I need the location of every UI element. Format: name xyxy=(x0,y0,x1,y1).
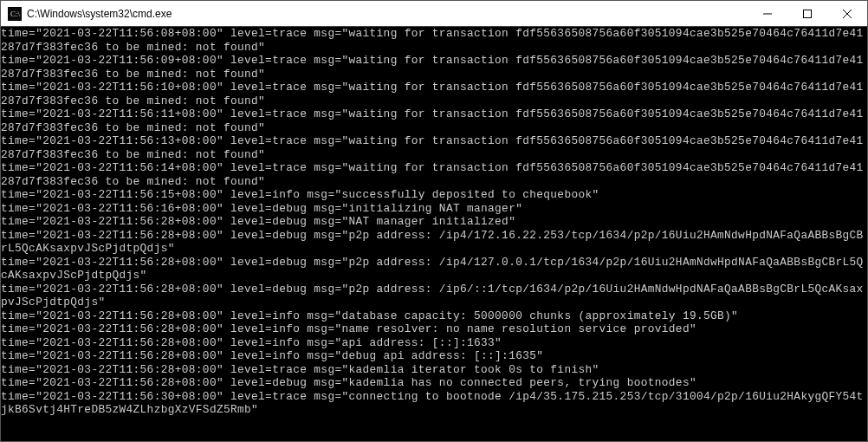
log-line: time="2021-03-22T11:56:09+08:00" level=t… xyxy=(1,54,867,81)
svg-rect-4 xyxy=(804,10,812,17)
log-line: time="2021-03-22T11:56:28+08:00" level=d… xyxy=(1,229,867,256)
log-line: time="2021-03-22T11:56:28+08:00" level=i… xyxy=(1,336,867,350)
log-line: time="2021-03-22T11:56:10+08:00" level=t… xyxy=(1,81,867,107)
cmd-window: C:\ C:\Windows\system32\cmd.exe time="20… xyxy=(0,0,868,442)
log-line: time="2021-03-22T11:56:30+08:00" level=t… xyxy=(1,390,867,417)
log-line: time="2021-03-22T11:56:13+08:00" level=t… xyxy=(1,134,867,161)
log-line: time="2021-03-22T11:56:28+08:00" level=i… xyxy=(1,349,867,363)
terminal-output[interactable]: time="2021-03-22T11:56:08+08:00" level=t… xyxy=(1,27,867,441)
window-title: C:\Windows\system32\cmd.exe xyxy=(27,8,748,20)
log-line: time="2021-03-22T11:56:28+08:00" level=i… xyxy=(1,322,867,336)
close-button[interactable] xyxy=(827,1,867,26)
log-line: time="2021-03-22T11:56:28+08:00" level=d… xyxy=(1,283,867,309)
titlebar[interactable]: C:\ C:\Windows\system32\cmd.exe xyxy=(1,1,867,27)
log-line: time="2021-03-22T11:56:28+08:00" level=d… xyxy=(1,376,867,390)
log-line: time="2021-03-22T11:56:11+08:00" level=t… xyxy=(1,107,867,134)
minimize-button[interactable] xyxy=(748,1,787,26)
maximize-button[interactable] xyxy=(787,1,827,26)
svg-text:C:\: C:\ xyxy=(10,10,21,18)
log-line: time="2021-03-22T11:56:15+08:00" level=i… xyxy=(1,188,867,202)
log-line: time="2021-03-22T11:56:14+08:00" level=t… xyxy=(1,161,867,188)
log-line: time="2021-03-22T11:56:08+08:00" level=t… xyxy=(1,27,867,54)
log-line: time="2021-03-22T11:56:16+08:00" level=d… xyxy=(1,202,867,216)
log-line: time="2021-03-22T11:56:28+08:00" level=i… xyxy=(1,309,867,323)
log-line: time="2021-03-22T11:56:28+08:00" level=d… xyxy=(1,215,867,229)
cmd-icon: C:\ xyxy=(8,7,22,21)
log-line: time="2021-03-22T11:56:28+08:00" level=t… xyxy=(1,363,867,377)
log-line: time="2021-03-22T11:56:28+08:00" level=d… xyxy=(1,256,867,283)
window-controls xyxy=(748,1,867,26)
